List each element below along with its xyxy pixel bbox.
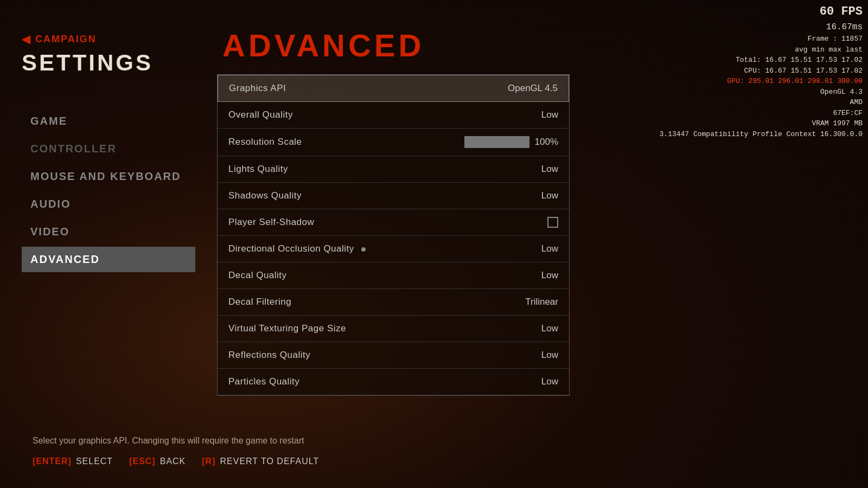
settings-row-decal-quality[interactable]: Decal Quality Low — [218, 262, 569, 289]
esc-key-label: [ESC] — [129, 457, 156, 466]
ms-counter: 16.67ms — [660, 21, 863, 34]
decal-filtering-value: Trilinear — [525, 297, 558, 307]
perf-cpu: CPU: 16.67 15.51 17.53 17.02 — [660, 66, 863, 76]
settings-row-reflections-quality[interactable]: Reflections Quality Low — [218, 342, 569, 369]
perf-avg-header: avg min max last — [660, 44, 863, 55]
sidebar-item-advanced[interactable]: ADVANCED — [22, 247, 195, 272]
perf-opengl: OpenGL 4.3 — [660, 87, 863, 98]
perf-header: Frame : 11857 — [660, 34, 863, 44]
particles-quality-value: Low — [541, 376, 558, 387]
perf-compat: 3.13447 Compatibility Profile Context 16… — [660, 129, 863, 140]
back-arrow-icon: ◀ — [22, 33, 30, 46]
main-content: ADVANCED Graphics API OpenGL 4.5 Overall… — [217, 0, 570, 488]
sidebar-item-controller: CONTROLLER — [22, 136, 195, 162]
settings-row-overall-quality[interactable]: Overall Quality Low — [218, 102, 569, 129]
esc-action-label: BACK — [160, 457, 186, 466]
fps-counter: 60 FPS — [660, 3, 863, 21]
shadows-quality-value: Low — [541, 190, 558, 201]
nav-menu: GAME CONTROLLER MOUSE AND KEYBOARD AUDIO… — [22, 108, 195, 272]
resolution-bar-container: 100% — [464, 136, 558, 148]
help-text: Select your graphics API. Changing this … — [33, 436, 319, 446]
overall-quality-label: Overall Quality — [228, 110, 293, 120]
settings-row-decal-filtering[interactable]: Decal Filtering Trilinear — [218, 289, 569, 316]
sidebar-item-mouse-keyboard[interactable]: MOUSE AND KEYBOARD — [22, 164, 195, 189]
lights-quality-value: Low — [541, 164, 558, 175]
settings-row-lights-quality[interactable]: Lights Quality Low — [218, 156, 569, 183]
particles-quality-label: Particles Quality — [228, 376, 299, 387]
r-action-label: REVERT TO DEFAULT — [220, 457, 320, 466]
decal-filtering-label: Decal Filtering — [228, 297, 291, 307]
resolution-scale-label: Resolution Scale — [228, 137, 302, 147]
settings-row-player-self-shadow[interactable]: Player Self-Shadow — [218, 209, 569, 236]
resolution-scale-fill — [464, 136, 529, 148]
settings-list: Graphics API OpenGL 4.5 Overall Quality … — [217, 74, 570, 396]
dot-indicator — [361, 247, 366, 252]
sidebar-title: SETTINGS — [22, 50, 195, 76]
perf-vram-code: 67EF:CF — [660, 108, 863, 119]
sidebar: ◀ CAMPAIGN SETTINGS GAME CONTROLLER MOUS… — [0, 0, 217, 488]
performance-overlay: 60 FPS 16.67ms Frame : 11857 avg min max… — [660, 3, 863, 139]
settings-row-particles-quality[interactable]: Particles Quality Low — [218, 369, 569, 395]
controls-bar: [ENTER] SELECT [ESC] BACK [R] REVERT TO … — [33, 457, 319, 466]
virtual-texturing-label: Virtual Texturing Page Size — [228, 323, 346, 334]
campaign-back-button[interactable]: ◀ CAMPAIGN — [22, 33, 195, 46]
virtual-texturing-value: Low — [541, 323, 558, 334]
settings-row-directional-occlusion[interactable]: Directional Occlusion Quality Low — [218, 236, 569, 262]
settings-row-shadows-quality[interactable]: Shadows Quality Low — [218, 183, 569, 209]
perf-amd: AMD — [660, 97, 863, 108]
perf-total: Total: 16.67 15.51 17.53 17.02 — [660, 55, 863, 66]
resolution-scale-value: 100% — [535, 137, 558, 147]
ctrl-r: [R] REVERT TO DEFAULT — [202, 457, 319, 466]
directional-occlusion-value: Low — [541, 243, 558, 254]
overall-quality-value: Low — [541, 110, 558, 120]
r-key-label: [R] — [202, 457, 215, 466]
shadows-quality-label: Shadows Quality — [228, 190, 302, 201]
player-self-shadow-label: Player Self-Shadow — [228, 217, 314, 228]
settings-row-graphics-api[interactable]: Graphics API OpenGL 4.5 — [218, 75, 569, 102]
enter-action-label: SELECT — [76, 457, 113, 466]
decal-quality-value: Low — [541, 270, 558, 281]
resolution-scale-slider[interactable] — [464, 136, 529, 148]
decal-quality-label: Decal Quality — [228, 270, 287, 281]
sidebar-item-audio[interactable]: AUDIO — [22, 191, 195, 217]
enter-key-label: [ENTER] — [33, 457, 72, 466]
reflections-quality-label: Reflections Quality — [228, 350, 310, 361]
settings-row-virtual-texturing[interactable]: Virtual Texturing Page Size Low — [218, 316, 569, 342]
perf-vram-label: VRAM 1997 MB — [660, 118, 863, 129]
ctrl-esc: [ESC] BACK — [129, 457, 186, 466]
player-self-shadow-checkbox[interactable] — [547, 217, 558, 228]
reflections-quality-value: Low — [541, 350, 558, 361]
sidebar-item-video[interactable]: VIDEO — [22, 219, 195, 245]
lights-quality-label: Lights Quality — [228, 164, 288, 175]
graphics-api-value: OpenGL 4.5 — [508, 83, 558, 94]
campaign-label: CAMPAIGN — [35, 34, 97, 45]
graphics-api-label: Graphics API — [229, 83, 286, 94]
directional-occlusion-label: Directional Occlusion Quality — [228, 243, 366, 254]
settings-row-resolution-scale[interactable]: Resolution Scale 100% — [218, 129, 569, 156]
perf-gpu: GPU: 295.01 296.01 298.01 300.00 — [660, 76, 863, 87]
ctrl-enter: [ENTER] SELECT — [33, 457, 113, 466]
bottom-bar: Select your graphics API. Changing this … — [33, 436, 319, 466]
page-title: ADVANCED — [217, 27, 570, 63]
sidebar-item-game[interactable]: GAME — [22, 108, 195, 134]
